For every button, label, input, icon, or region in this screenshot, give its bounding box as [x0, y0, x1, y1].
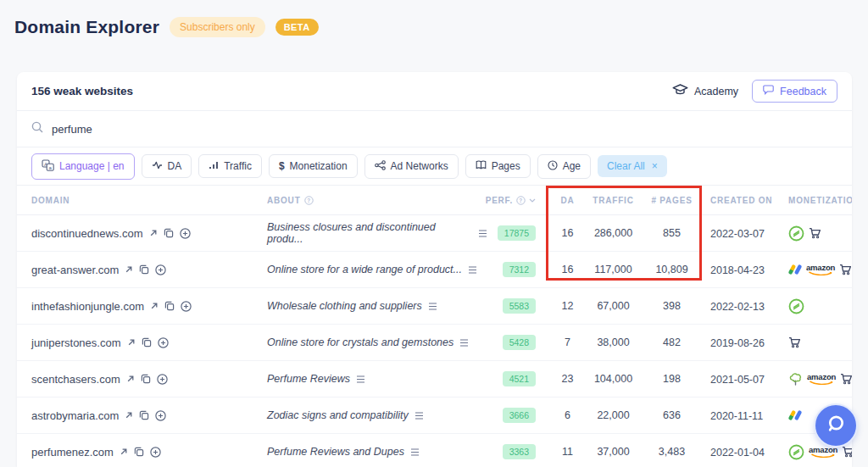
- domain-link[interactable]: juniperstones.com: [31, 336, 121, 349]
- filter-age[interactable]: Age: [537, 154, 591, 179]
- col-created-on: Created on: [710, 196, 778, 205]
- col-monetization: Monetization: [788, 196, 852, 205]
- cart-icon: [842, 446, 852, 458]
- filter-monetization[interactable]: $ Monetization: [269, 154, 358, 178]
- traffic-value: 117,000: [594, 264, 632, 275]
- copy-icon[interactable]: [142, 337, 152, 347]
- table-row: juniperstones.com Online store for cryst…: [17, 325, 852, 361]
- help-icon: ?: [516, 196, 526, 205]
- copy-icon[interactable]: [164, 228, 174, 238]
- created-date: 2021-05-07: [710, 374, 765, 386]
- external-link-icon[interactable]: [150, 302, 159, 310]
- list-icon[interactable]: [356, 375, 365, 383]
- perf-badge: 5428: [503, 335, 536, 350]
- da-value: 6: [565, 409, 570, 421]
- filter-pages[interactable]: Pages: [465, 154, 531, 178]
- adsense-icon: [788, 264, 802, 275]
- add-circle-icon[interactable]: [158, 337, 169, 348]
- chat-widget-button[interactable]: [815, 405, 856, 446]
- perf-badge: 5583: [503, 298, 536, 314]
- search-input[interactable]: [52, 123, 391, 136]
- page-header: Domain Explorer Subscribers only BETA: [0, 0, 868, 37]
- domain-link[interactable]: perfumenez.com: [31, 446, 114, 459]
- results-card: 156 weak websites Academy Feedback Aa La…: [17, 72, 852, 467]
- da-value: 11: [562, 446, 573, 458]
- amazon-icon: amazon: [806, 264, 835, 276]
- clear-all-button[interactable]: Clear All ×: [598, 155, 667, 177]
- external-link-icon[interactable]: [126, 375, 135, 383]
- amazon-icon: amazon: [809, 446, 837, 459]
- share-icon: [375, 160, 386, 173]
- filter-label: Pages: [492, 160, 520, 172]
- add-circle-icon[interactable]: [157, 374, 168, 385]
- domain-link[interactable]: great-answer.com: [31, 264, 119, 276]
- add-circle-icon[interactable]: [181, 301, 192, 312]
- created-date: 2022-01-04: [710, 447, 765, 459]
- da-value: 7: [565, 336, 570, 348]
- adsense-icon: [788, 409, 802, 421]
- col-perf[interactable]: Perf.?: [486, 196, 536, 205]
- feedback-button[interactable]: Feedback: [752, 80, 837, 103]
- amazon-icon: amazon: [807, 373, 836, 386]
- domain-link[interactable]: scentchasers.com: [31, 373, 120, 386]
- da-value: 23: [562, 373, 574, 385]
- list-icon[interactable]: [410, 448, 420, 456]
- dollar-icon: $: [279, 160, 285, 172]
- copy-icon[interactable]: [139, 410, 149, 420]
- list-icon[interactable]: [428, 303, 437, 310]
- cart-icon: [839, 264, 852, 275]
- about-text: Business closures and discontinued produ…: [267, 221, 472, 245]
- pages-value: 636: [663, 409, 681, 421]
- filter-language[interactable]: Aa Language | en: [31, 153, 135, 180]
- add-circle-icon[interactable]: [150, 447, 161, 458]
- add-circle-icon[interactable]: [155, 264, 166, 275]
- filter-row: Aa Language | en DA Traffic $ Monetizati…: [17, 147, 852, 186]
- domain-link[interactable]: astrobymaria.com: [31, 409, 119, 422]
- cart-icon: [809, 227, 821, 239]
- add-circle-icon[interactable]: [180, 228, 191, 239]
- card-header: 156 weak websites Academy Feedback: [17, 72, 852, 111]
- ezoic-icon: [788, 444, 804, 460]
- domain-link[interactable]: discontinuednews.com: [31, 227, 143, 240]
- filter-label: Traffic: [224, 160, 252, 172]
- external-link-icon[interactable]: [120, 448, 128, 456]
- traffic-value: 38,000: [597, 336, 629, 348]
- subscribers-badge: Subscribers only: [170, 17, 265, 37]
- pages-value: 855: [663, 227, 681, 239]
- col-pages: # Pages: [651, 196, 692, 205]
- external-link-icon[interactable]: [149, 229, 158, 237]
- filter-da[interactable]: DA: [142, 154, 192, 178]
- perf-badge: 3666: [503, 408, 536, 423]
- add-circle-icon[interactable]: [155, 410, 166, 421]
- language-icon: Aa: [42, 159, 54, 174]
- graduation-cap-icon: [672, 84, 688, 99]
- clear-all-label: Clear All: [607, 160, 645, 172]
- bar-chart-icon: [209, 160, 219, 172]
- copy-icon[interactable]: [139, 264, 149, 275]
- copy-icon[interactable]: [164, 301, 175, 311]
- close-icon: ×: [652, 160, 658, 172]
- copy-icon[interactable]: [141, 374, 151, 384]
- academy-link[interactable]: Academy: [672, 84, 738, 99]
- external-link-icon[interactable]: [125, 411, 133, 420]
- list-icon[interactable]: [468, 266, 477, 274]
- created-date: 2022-03-07: [710, 228, 765, 240]
- copy-icon[interactable]: [134, 447, 144, 457]
- table-row: great-answer.com Online store for a wide…: [17, 252, 852, 288]
- academy-label: Academy: [694, 86, 738, 97]
- pages-value: 482: [663, 336, 681, 348]
- da-value: 16: [562, 264, 574, 275]
- external-link-icon[interactable]: [127, 338, 136, 347]
- perf-badge: 3363: [503, 444, 536, 459]
- list-icon[interactable]: [459, 339, 469, 347]
- domain-link[interactable]: inthefashionjungle.com: [31, 300, 144, 313]
- da-value: 16: [562, 227, 574, 239]
- beta-badge: BETA: [275, 19, 319, 36]
- list-icon[interactable]: [478, 230, 487, 237]
- filter-ad-networks[interactable]: Ad Networks: [364, 154, 459, 179]
- external-link-icon[interactable]: [125, 265, 133, 274]
- filter-traffic[interactable]: Traffic: [198, 154, 262, 178]
- pages-value: 3,483: [659, 446, 685, 458]
- list-icon[interactable]: [415, 412, 424, 420]
- filter-label: Monetization: [290, 160, 348, 172]
